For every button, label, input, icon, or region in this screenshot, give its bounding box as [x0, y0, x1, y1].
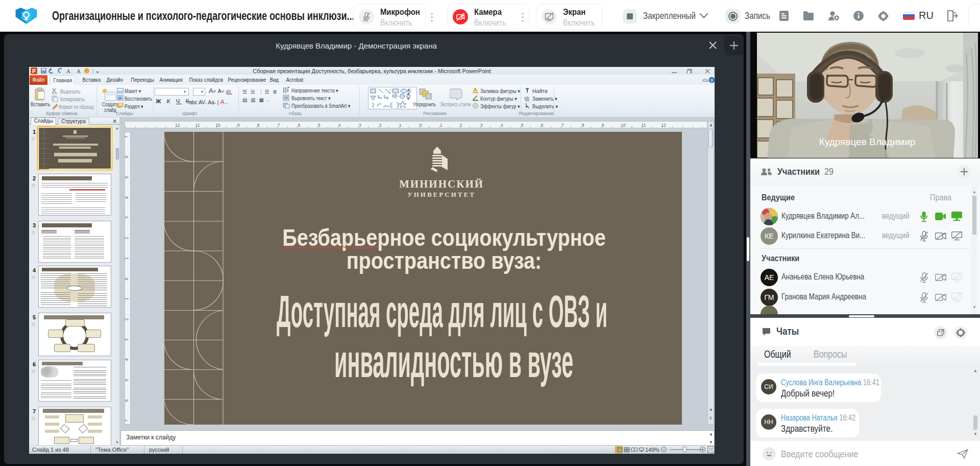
svg-text:ab: ab: [524, 96, 529, 101]
svg-text:?: ?: [710, 78, 714, 83]
svg-text:ab: ab: [226, 88, 231, 94]
svg-text:Кудрявцев Владимир: Кудрявцев Владимир: [819, 136, 916, 147]
